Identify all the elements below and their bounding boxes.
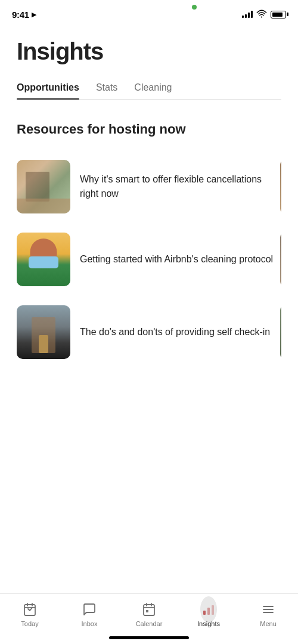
resource-text-2: Getting started with Airbnb's cleaning p… — [80, 252, 281, 266]
nav-item-today[interactable]: Today — [9, 601, 51, 627]
page-content: Insights Opportunities Stats Cleaning Re… — [0, 26, 298, 440]
tab-cleaning[interactable]: Cleaning — [134, 76, 172, 99]
section-title: Resources for hosting now — [17, 121, 281, 138]
resource-image-2 — [17, 233, 70, 286]
signal-icon — [242, 11, 253, 18]
peek-image-1 — [280, 160, 281, 213]
nav-item-menu[interactable]: Menu — [247, 601, 289, 627]
nav-label-menu: Menu — [260, 620, 277, 627]
resource-card-3[interactable]: The do's and don'ts of providing self ch… — [17, 296, 281, 369]
nav-label-insights: Insights — [197, 620, 220, 627]
calendar-icon — [141, 601, 157, 618]
peek-image-2 — [280, 233, 281, 286]
resource-image-1 — [17, 160, 70, 213]
svg-rect-9 — [203, 611, 206, 615]
status-bar: 9:41 ▶ — [0, 0, 298, 26]
svg-rect-5 — [144, 605, 154, 615]
nav-label-inbox: Inbox — [82, 620, 98, 627]
svg-rect-10 — [207, 608, 210, 615]
menu-icon — [260, 601, 277, 618]
battery-icon — [271, 11, 286, 18]
wifi-icon — [256, 9, 267, 20]
nav-item-calendar[interactable]: Calendar — [128, 601, 170, 627]
notification-dot — [192, 5, 197, 10]
tab-stats[interactable]: Stats — [96, 76, 117, 99]
nav-item-insights[interactable]: Insights — [188, 601, 229, 627]
resource-card-1[interactable]: Why it's smart to offer flexible cancell… — [17, 150, 281, 223]
page-title: Insights — [17, 38, 281, 64]
peek-image-3 — [280, 305, 281, 359]
resource-image-3 — [17, 305, 70, 359]
today-icon — [21, 601, 38, 618]
svg-point-0 — [261, 16, 262, 17]
resource-list: Why it's smart to offer flexible cancell… — [17, 150, 281, 369]
home-indicator — [109, 636, 189, 639]
insights-icon — [200, 601, 217, 618]
tab-opportunities[interactable]: Opportunities — [17, 76, 79, 99]
status-time: 9:41 — [12, 10, 29, 20]
status-icons — [242, 9, 286, 20]
svg-rect-11 — [212, 605, 214, 615]
resource-card-2[interactable]: Getting started with Airbnb's cleaning p… — [17, 223, 281, 296]
nav-item-inbox[interactable]: Inbox — [69, 601, 110, 627]
resource-text-1: Why it's smart to offer flexible cancell… — [80, 172, 281, 200]
nav-label-today: Today — [21, 620, 38, 627]
resource-text-3: The do's and don'ts of providing self ch… — [80, 325, 281, 339]
tabs-container: Opportunities Stats Cleaning — [17, 76, 281, 100]
location-arrow-icon: ▶ — [32, 11, 36, 18]
nav-label-calendar: Calendar — [136, 620, 163, 627]
inbox-icon — [81, 601, 98, 618]
